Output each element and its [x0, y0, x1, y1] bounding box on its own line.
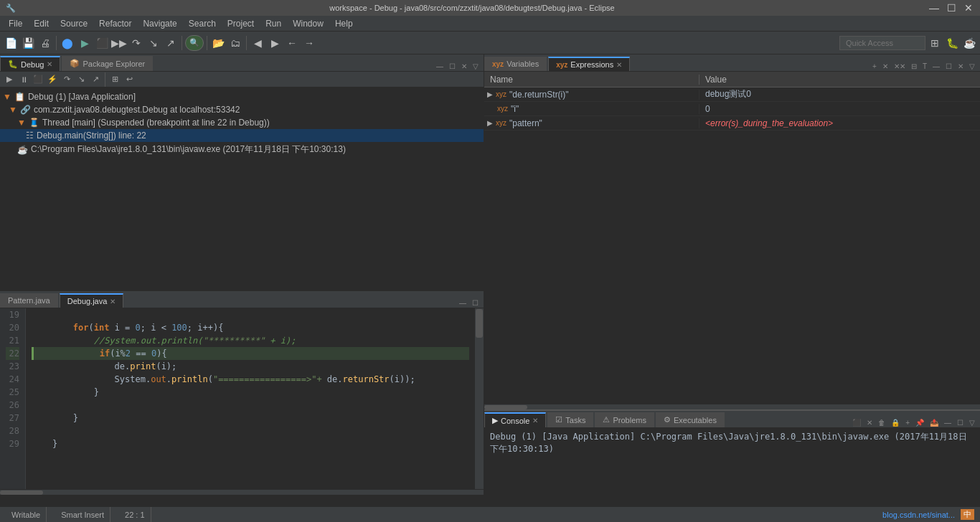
menu-source[interactable]: Source [55, 17, 93, 30]
menu-file[interactable]: File [3, 17, 28, 30]
perspectives-button[interactable]: ⊞ [927, 35, 943, 51]
open-resource-button[interactable]: 🗂 [227, 35, 243, 51]
editor-hscrollbar[interactable] [0, 489, 484, 495]
code-content[interactable]: 19 20 21 22 23 24 25 26 27 28 29 for(int… [0, 308, 484, 489]
menu-edit[interactable]: Edit [28, 17, 55, 30]
suspend-tree-button[interactable]: ⏸ [17, 73, 30, 86]
step-over-button[interactable]: ↷ [128, 35, 144, 51]
menu-navigate[interactable]: Navigate [137, 17, 182, 30]
editor-scrollbar[interactable] [475, 308, 484, 489]
quick-access-input[interactable] [839, 36, 925, 50]
save-button[interactable]: 💾 [20, 35, 36, 51]
stop-button[interactable]: ⬛ [94, 35, 110, 51]
forward-button[interactable]: → [301, 35, 317, 51]
stepinto-tree-button[interactable]: ↘ [75, 73, 88, 86]
maximize-console-button[interactable]: ☐ [955, 418, 966, 427]
tab-console[interactable]: ▶ Console ✕ [484, 412, 546, 427]
disconnect-tree-button[interactable]: ⚡ [46, 73, 59, 86]
stepover-tree-button[interactable]: ↷ [60, 73, 73, 86]
tab-debug-close[interactable]: ✕ [47, 60, 52, 68]
tree-jvm-node[interactable]: ☕ C:\Program Files\Java\jre1.8.0_131\bin… [0, 142, 484, 157]
minimize-button[interactable]: — [928, 2, 940, 14]
terminate-tree-button[interactable]: ⬛ [32, 73, 44, 86]
menu-window[interactable]: Window [287, 17, 329, 30]
scroll-lock-button[interactable]: 🔒 [889, 418, 902, 427]
search-button[interactable]: 🔍 [185, 35, 204, 51]
vars-hscrollbar[interactable] [484, 404, 980, 409]
minimize-debug-button[interactable]: — [434, 62, 446, 71]
minimize-vars-button[interactable]: — [930, 62, 942, 71]
open-type-button[interactable]: 📂 [210, 35, 226, 51]
minimize-code-button[interactable]: — [457, 298, 468, 308]
remove-expression-button[interactable]: ✕ [880, 62, 890, 71]
step-into-button[interactable]: ↘ [146, 35, 161, 51]
prev-edit-button[interactable]: ◀ [250, 35, 265, 51]
print-button[interactable]: 🖨 [37, 35, 53, 51]
tab-console-close[interactable]: ✕ [532, 417, 538, 424]
tab-executables[interactable]: ⚙ Executables [656, 412, 725, 427]
tab-problems[interactable]: ⚠ Problems [595, 412, 654, 427]
maximize-debug-button[interactable]: ☐ [447, 62, 458, 71]
variables-icon: xyz [492, 60, 504, 68]
tab-debug-java-close[interactable]: ✕ [110, 298, 116, 305]
collapse-all-button[interactable]: ⊟ [909, 62, 919, 71]
close-debug-button[interactable]: ✕ [459, 62, 469, 71]
tree-thread-node[interactable]: ▼ 🧵 Thread [main] (Suspended (breakpoint… [0, 116, 484, 129]
menu-run[interactable]: Run [260, 17, 287, 30]
tree-frame-node[interactable]: ☷ Debug.main(String[]) line: 22 [0, 129, 484, 142]
tree-app-node[interactable]: ▼ 📋 Debug (1) [Java Application] [0, 90, 484, 103]
tab-expressions-close[interactable]: ✕ [616, 61, 622, 69]
open-perspective-button[interactable]: 🐛 [944, 35, 960, 51]
tab-expressions[interactable]: xyz Expressions ✕ [548, 57, 630, 71]
console-content[interactable]: Debug (1) [Java Application] C:\Program … [484, 428, 980, 506]
tab-tasks[interactable]: ☑ Tasks [547, 412, 593, 427]
menu-search[interactable]: Search [183, 17, 222, 30]
show-type-names-button[interactable]: T [920, 62, 929, 71]
var-row-2[interactable]: ▶ xyz "pattern" <error(s)_during_the_eva… [484, 116, 980, 130]
pin-console-button[interactable]: 📌 [913, 418, 926, 427]
resume-button[interactable]: ▶▶ [111, 35, 127, 51]
stepreturn-tree-button[interactable]: ↗ [89, 73, 102, 86]
terminate-console-button[interactable]: ⬛ [850, 418, 863, 427]
tab-debug[interactable]: 🐛 Debug ✕ [0, 56, 60, 71]
minimize-console-button[interactable]: — [942, 418, 953, 427]
clear-console-button[interactable]: 🗑 [876, 418, 887, 427]
debug-button[interactable]: ⬤ [60, 35, 75, 51]
tab-debug-java[interactable]: Debug.java ✕ [60, 293, 124, 308]
view-menu-console-button[interactable]: ▽ [967, 418, 977, 427]
menu-project[interactable]: Project [222, 17, 260, 30]
clear-all-expressions-button[interactable]: ✕✕ [892, 62, 908, 71]
close-vars-button[interactable]: ✕ [956, 62, 966, 71]
tab-package-explorer[interactable]: 📦 Package Explorer [62, 56, 153, 71]
menu-refactor[interactable]: Refactor [93, 17, 137, 30]
var-row-0[interactable]: ▶ xyz "de.returnStr(i)" debug测试0 [484, 87, 980, 102]
menu-help[interactable]: Help [329, 17, 359, 30]
tab-variables[interactable]: xyz Variables [484, 57, 547, 71]
maximize-code-button[interactable]: ☐ [470, 298, 481, 308]
expand-icon-0[interactable]: ▶ [487, 90, 493, 98]
var-row-1[interactable]: xyz "i" 0 [484, 102, 980, 116]
use-step-filter-button[interactable]: ⊞ [108, 73, 121, 86]
run-button[interactable]: ▶ [77, 35, 93, 51]
new-button[interactable]: 📄 [3, 35, 19, 51]
view-menu-debug-button[interactable]: ▽ [471, 62, 481, 71]
remove-console-button[interactable]: ✕ [864, 418, 875, 427]
close-button[interactable]: ✕ [963, 2, 974, 14]
drop-to-frame-button[interactable]: ↩ [123, 73, 136, 86]
java-perspective-button[interactable]: ☕ [961, 35, 977, 51]
console-output-button[interactable]: 📤 [928, 418, 941, 427]
tab-pattern-java[interactable]: Pattern.java [0, 293, 58, 308]
tree-process-node[interactable]: ▼ 🔗 com.zzxtit.java08.debugtest.Debug at… [0, 103, 484, 116]
expand-icon-2[interactable]: ▶ [487, 119, 493, 127]
step-return-button[interactable]: ↗ [163, 35, 179, 51]
new-console-button[interactable]: + [903, 418, 912, 427]
add-expression-button[interactable]: + [870, 62, 879, 71]
code-lines[interactable]: for(int i = 0; i < 100; i++){ //System.o… [26, 308, 475, 489]
back-button[interactable]: ← [284, 35, 300, 51]
next-edit-button[interactable]: ▶ [267, 35, 283, 51]
maximize-button[interactable]: ☐ [946, 2, 957, 14]
resume-tree-button[interactable]: ▶ [3, 73, 16, 86]
blog-link[interactable]: blog.csdn.net/sinat... [882, 511, 955, 519]
maximize-vars-button[interactable]: ☐ [943, 62, 954, 71]
view-menu-vars-button[interactable]: ▽ [967, 62, 977, 71]
